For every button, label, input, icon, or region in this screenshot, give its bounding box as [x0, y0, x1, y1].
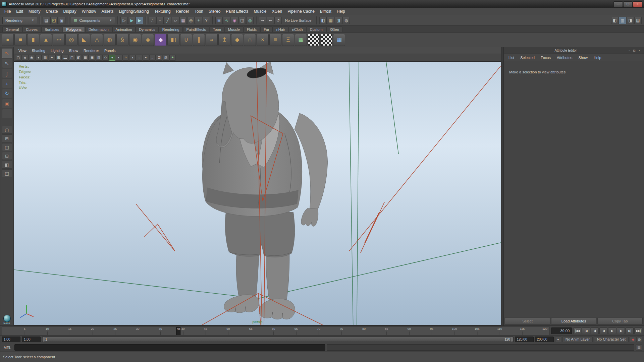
close-button[interactable]: × [633, 1, 642, 7]
command-language-toggle[interactable]: MEL [2, 346, 13, 350]
timeline-frame-30[interactable]: 30 [136, 327, 140, 335]
toggle-tool-settings-icon[interactable]: ◨ [627, 17, 634, 24]
go-to-start-button[interactable]: |◀◀ [573, 327, 581, 334]
ae-menu-selected[interactable]: Selected [518, 55, 537, 60]
layout-four-pane[interactable]: ⊞ [2, 134, 12, 142]
xray-icon[interactable]: ▨ [163, 55, 169, 61]
poly-helix-icon[interactable]: § [116, 34, 128, 46]
timeline-frame-70[interactable]: 70 [317, 327, 320, 335]
save-scene-icon[interactable]: ▣ [58, 17, 65, 24]
shadows-icon[interactable]: ◑ [129, 55, 136, 61]
shelf-tab-deformation[interactable]: Deformation [85, 26, 112, 32]
motion-blur-icon[interactable]: ◓ [143, 55, 149, 61]
viewport-canvas[interactable]: Verts:Edges:Faces:Tris:UVs: persp [14, 61, 501, 325]
select-by-component-icon[interactable]: ▶ [136, 17, 143, 24]
poly-bridge-icon[interactable]: ∩ [244, 34, 256, 46]
select-camera-icon[interactable]: ▢ [15, 55, 21, 61]
safe-action-icon[interactable]: ▣ [89, 55, 95, 61]
lasso-tool[interactable]: ↖ [2, 59, 12, 68]
mirror-geometry-icon[interactable]: ◧ [167, 34, 179, 46]
rotate-tool[interactable]: ↻ [2, 89, 12, 98]
image-plane-icon[interactable]: ▤ [42, 55, 48, 61]
maximize-button[interactable]: ▢ [623, 1, 633, 7]
pane-divider[interactable] [501, 47, 503, 325]
step-back-key-button[interactable]: ◀| [591, 327, 599, 334]
auto-keyframe-icon[interactable]: ◆ [630, 337, 636, 342]
poly-separate-icon[interactable]: ∥ [193, 34, 205, 46]
animation-end-field[interactable]: 200.00 [535, 337, 554, 342]
timeline-frame-15[interactable]: 15 [68, 327, 71, 335]
menu-texturing[interactable]: Texturing [152, 8, 173, 15]
wireframe-mode-icon[interactable]: ◇ [102, 55, 109, 61]
safe-title-icon[interactable]: ▥ [96, 55, 102, 61]
shelf-tab-curves[interactable]: Curves [22, 26, 41, 32]
poly-combine-icon[interactable]: ∪ [180, 34, 192, 46]
layout-single-pane[interactable]: ▢ [2, 126, 12, 134]
move-tool[interactable]: + [2, 79, 12, 88]
ae-float-icon[interactable]: ◰ [632, 48, 637, 53]
menu-set-dropdown[interactable]: Rendering ▼ [2, 17, 37, 24]
layout-three-pane[interactable]: ◰ [2, 169, 12, 177]
insert-edge-loop-icon[interactable]: ≡ [269, 34, 281, 46]
multi-cut-icon[interactable]: × [257, 34, 269, 46]
step-back-frame-button[interactable]: |◀ [582, 327, 590, 334]
gate-mask-icon[interactable]: ◧ [75, 55, 82, 61]
shelf-tab-rendering[interactable]: Rendering [159, 26, 183, 32]
poly-soccer-ball-icon[interactable]: ◉ [129, 34, 141, 46]
shelf-tab-polygons[interactable]: Polygons [63, 26, 85, 32]
timeline-frame-40[interactable]: 40 [181, 327, 184, 335]
play-backwards-button[interactable]: ◀ [599, 327, 607, 334]
timeline-frame-90[interactable]: 90 [408, 327, 411, 335]
output-connections-icon[interactable]: ⇤ [267, 17, 274, 24]
select-by-hierarchy-icon[interactable]: ▷ [120, 17, 128, 24]
layout-hypershade-persp[interactable]: ◧ [2, 161, 12, 169]
menu-help[interactable]: Help [334, 8, 348, 15]
menu-assets[interactable]: Assets [99, 8, 116, 15]
playback-end-field[interactable]: 120.00 [515, 337, 534, 342]
poly-sphere-icon[interactable]: ● [2, 34, 14, 46]
isolate-select-icon[interactable]: ⊡ [156, 55, 162, 61]
timeline-frame-20[interactable]: 20 [91, 327, 94, 335]
step-forward-frame-button[interactable]: ▶| [626, 327, 634, 334]
resolution-gate-icon[interactable]: ◫ [69, 55, 75, 61]
panel-menu-renderer[interactable]: Renderer [81, 48, 102, 53]
last-tool-slot[interactable] [2, 109, 12, 118]
minimize-button[interactable]: — [613, 1, 623, 7]
step-forward-key-button[interactable]: |▶ [617, 327, 625, 334]
timeline-frame-80[interactable]: 80 [362, 327, 366, 335]
timeline-frame-120[interactable]: 120 [542, 327, 547, 335]
menu-toon[interactable]: Toon [192, 8, 206, 15]
field-chart-icon[interactable]: ▦ [82, 55, 89, 61]
ae-menu-attributes[interactable]: Attributes [554, 55, 575, 60]
use-all-lights-icon[interactable]: ¤ [122, 55, 129, 61]
shelf-tab-fur[interactable]: Fur [260, 26, 273, 32]
construction-history-icon[interactable]: ↺ [274, 17, 282, 24]
shelf-tab-general[interactable]: General [2, 26, 22, 32]
animation-preferences-icon[interactable]: ◍ [636, 337, 642, 342]
offset-edge-loop-icon[interactable]: Ξ [282, 34, 294, 46]
menu-file[interactable]: File [2, 8, 13, 15]
script-editor-icon[interactable]: ▤ [636, 344, 642, 351]
panel-menu-show[interactable]: Show [66, 48, 81, 53]
ae-dock-icon[interactable]: ▫ [627, 48, 632, 53]
select-faces-icon[interactable]: ▱ [172, 17, 179, 24]
camera-attributes-icon[interactable]: ◉ [29, 55, 35, 61]
bookmarks-icon[interactable]: ▾ [35, 55, 42, 61]
menu-lighting-shading[interactable]: Lighting/Shading [116, 8, 151, 15]
ssao-icon[interactable]: ◒ [136, 55, 142, 61]
timeline-frame-85[interactable]: 85 [385, 327, 388, 335]
xray-joints-icon[interactable]: + [169, 55, 176, 61]
snap-to-grids-icon[interactable]: ⊞ [215, 17, 223, 24]
poly-torus-icon[interactable]: ◎ [65, 34, 77, 46]
menu-render[interactable]: Render [173, 8, 192, 15]
character-set-selector[interactable]: No Character Set [594, 337, 629, 342]
select-points-icon[interactable]: ∴ [149, 17, 156, 24]
current-frame-field[interactable]: 39.00 [551, 327, 572, 334]
timeline-frame-55[interactable]: 55 [249, 327, 253, 335]
uv-checker-icon[interactable] [308, 34, 320, 46]
panel-menu-lighting[interactable]: Lighting [48, 48, 66, 53]
poly-extrude-icon[interactable]: ↥ [218, 34, 230, 46]
timeline-frame-65[interactable]: 65 [294, 327, 298, 335]
paint-select-tool[interactable]: ∫ [2, 69, 12, 78]
timeline-frame-50[interactable]: 50 [226, 327, 230, 335]
